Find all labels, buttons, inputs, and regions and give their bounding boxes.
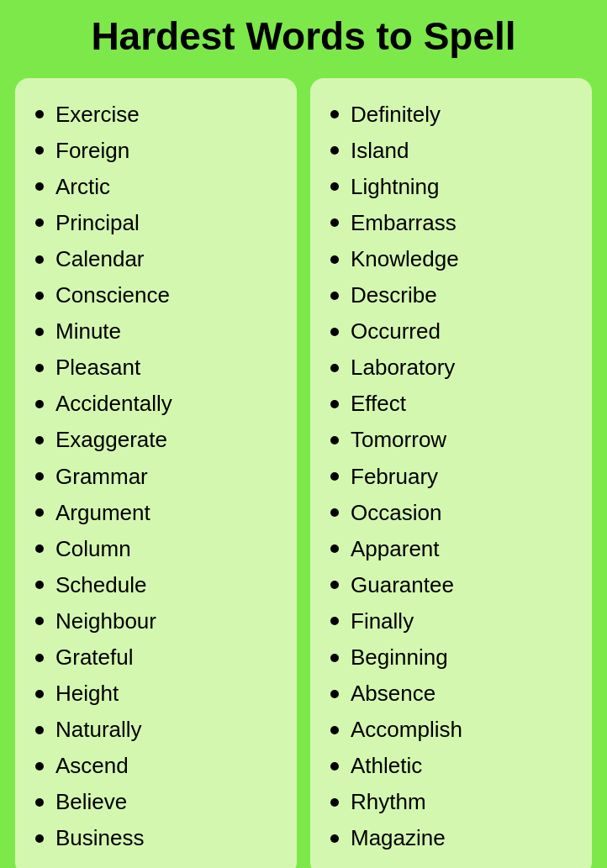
word-text: Lightning xyxy=(351,172,440,202)
bullet-icon xyxy=(35,581,44,589)
bullet-icon xyxy=(330,328,339,336)
left-column: ExerciseForeignArcticPrincipalCalendarCo… xyxy=(15,78,297,868)
bullet-icon xyxy=(35,834,44,843)
word-text: Grammar xyxy=(55,462,148,492)
word-text: February xyxy=(351,462,438,492)
bullet-icon xyxy=(35,328,44,336)
bullet-icon xyxy=(330,472,339,481)
word-text: Schedule xyxy=(55,571,146,600)
word-text: Athletic xyxy=(351,751,422,781)
list-item: Schedule xyxy=(35,567,280,603)
list-item: Naturally xyxy=(35,712,280,748)
bullet-icon xyxy=(35,436,44,445)
list-item: Neighbour xyxy=(35,603,280,639)
list-item: Embarrass xyxy=(330,205,575,241)
word-text: Pleasant xyxy=(55,353,140,382)
word-text: Guarantee xyxy=(351,571,454,600)
bullet-icon xyxy=(35,654,44,662)
list-item: Principal xyxy=(35,205,280,241)
bullet-icon xyxy=(330,110,339,118)
list-item: Finally xyxy=(330,603,575,639)
bullet-icon xyxy=(330,255,339,264)
bullet-icon xyxy=(35,292,44,300)
word-text: Definitely xyxy=(351,100,441,129)
word-text: Naturally xyxy=(55,715,142,744)
list-item: Accidentally xyxy=(35,386,280,422)
word-text: Principal xyxy=(55,208,140,238)
list-item: Rhythm xyxy=(330,784,575,820)
word-text: Believe xyxy=(55,787,127,817)
word-text: Occurred xyxy=(351,317,441,346)
page-title: Hardest Words to Spell xyxy=(17,15,590,58)
bullet-icon xyxy=(330,726,339,734)
bullet-icon xyxy=(35,726,44,734)
bullet-icon xyxy=(330,146,339,155)
right-column: DefinitelyIslandLightningEmbarrassKnowle… xyxy=(310,78,592,868)
list-item: Definitely xyxy=(330,97,575,133)
bullet-icon xyxy=(330,182,339,191)
list-item: Laboratory xyxy=(330,350,575,386)
word-text: Minute xyxy=(55,317,121,346)
bullet-icon xyxy=(35,146,44,155)
bullet-icon xyxy=(330,690,339,698)
bullet-icon xyxy=(35,690,44,698)
bullet-icon xyxy=(330,400,339,408)
list-item: Column xyxy=(35,531,280,567)
word-text: Accomplish xyxy=(351,715,462,744)
list-item: Occurred xyxy=(330,313,575,350)
list-item: Occasion xyxy=(330,495,575,531)
list-item: February xyxy=(330,459,575,495)
word-text: Neighbour xyxy=(55,607,156,636)
list-item: Apparent xyxy=(330,531,575,567)
list-item: Beginning xyxy=(330,639,575,676)
word-text: Foreign xyxy=(55,136,129,166)
bullet-icon xyxy=(330,581,339,589)
list-item: Height xyxy=(35,676,280,712)
word-text: Laboratory xyxy=(351,353,455,382)
list-item: Exercise xyxy=(35,97,280,133)
word-text: Grateful xyxy=(55,643,134,672)
list-item: Lightning xyxy=(330,169,575,205)
list-item: Argument xyxy=(35,495,280,531)
bullet-icon xyxy=(35,182,44,191)
word-text: Accidentally xyxy=(55,389,172,418)
list-item: Island xyxy=(330,133,575,169)
list-item: Knowledge xyxy=(330,241,575,277)
bullet-icon xyxy=(35,508,44,517)
word-text: Column xyxy=(55,534,131,564)
word-text: Tomorrow xyxy=(351,425,446,455)
bullet-icon xyxy=(330,762,339,771)
word-text: Exercise xyxy=(55,100,140,129)
word-text: Island xyxy=(351,136,409,166)
bullet-icon xyxy=(35,798,44,807)
list-item: Pleasant xyxy=(35,350,280,386)
bullet-icon xyxy=(330,508,339,517)
bullet-icon xyxy=(35,617,44,625)
word-text: Business xyxy=(55,823,145,853)
list-item: Tomorrow xyxy=(330,422,575,458)
bullet-icon xyxy=(330,544,339,553)
bullet-icon xyxy=(35,472,44,481)
list-item: Grateful xyxy=(35,639,280,676)
list-item: Magazine xyxy=(330,820,575,856)
bullet-icon xyxy=(330,617,339,625)
word-text: Ascend xyxy=(55,751,129,781)
list-item: Grammar xyxy=(35,459,280,495)
bullet-icon xyxy=(330,654,339,662)
word-text: Exaggerate xyxy=(55,425,167,455)
word-text: Occasion xyxy=(351,498,441,528)
list-item: Conscience xyxy=(35,277,280,313)
list-item: Calendar xyxy=(35,241,280,277)
list-item: Describe xyxy=(330,277,575,313)
word-text: Calendar xyxy=(55,245,145,274)
content-area: ExerciseForeignArcticPrincipalCalendarCo… xyxy=(0,70,607,868)
bullet-icon xyxy=(330,218,339,227)
bullet-icon xyxy=(330,436,339,445)
list-item: Arctic xyxy=(35,169,280,205)
bullet-icon xyxy=(330,292,339,300)
list-item: Absence xyxy=(330,676,575,712)
word-text: Apparent xyxy=(351,534,440,564)
list-item: Business xyxy=(35,820,280,856)
list-item: Foreign xyxy=(35,133,280,169)
list-item: Ascend xyxy=(35,748,280,784)
